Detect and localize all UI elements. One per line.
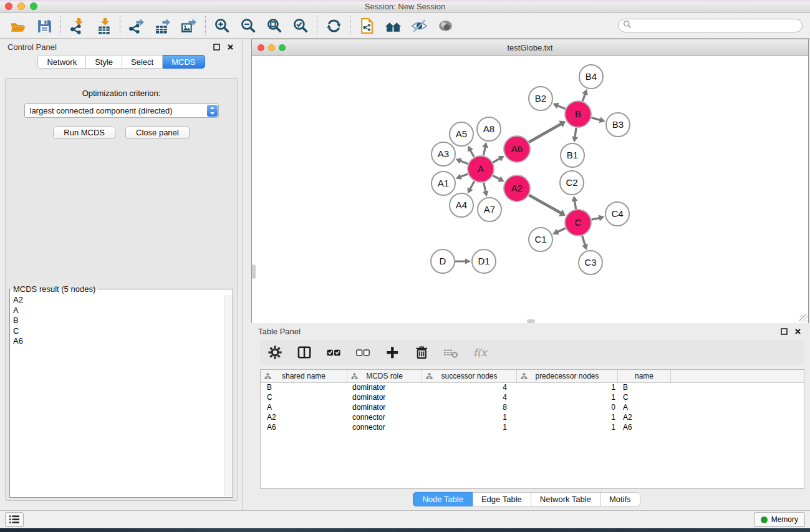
column-header-MCDS-role[interactable]: MCDS role — [347, 370, 422, 382]
search-input[interactable] — [635, 21, 798, 31]
show-eye-button[interactable] — [432, 14, 458, 37]
tab-node-table[interactable]: Node Table — [413, 492, 473, 506]
svg-text:A4: A4 — [456, 200, 467, 210]
tab-edge-table[interactable]: Edge Table — [473, 492, 531, 506]
node-table[interactable]: shared nameMCDS rolesuccessor nodesprede… — [260, 369, 804, 489]
mcds-result-title: MCDS result (5 nodes) — [11, 284, 97, 294]
graph-node-C4[interactable]: C4 — [605, 202, 629, 226]
run-mcds-button[interactable]: Run MCDS — [53, 126, 115, 139]
graph-node-A1[interactable]: A1 — [432, 172, 455, 195]
graph-node-A7[interactable]: A7 — [478, 198, 501, 221]
graph-node-A5[interactable]: A5 — [450, 122, 473, 146]
column-header-predecessor-nodes[interactable]: predecessor nodes — [517, 370, 618, 382]
graph-node-A2[interactable]: A2 — [504, 175, 530, 201]
close-panel-icon[interactable] — [225, 42, 235, 52]
save-button[interactable] — [31, 14, 57, 37]
mcds-result-list[interactable]: A2ABCA6 — [11, 295, 224, 496]
graph-node-A4[interactable]: A4 — [450, 193, 473, 217]
criterion-value: largest connected component (directed) — [25, 106, 207, 115]
column-header-shared-name[interactable]: shared name — [261, 370, 347, 382]
tab-motifs[interactable]: Motifs — [600, 492, 640, 506]
close-panel-button[interactable]: Close panel — [125, 126, 190, 139]
control-panel-tabs: NetworkStyleSelectMCDS — [0, 55, 243, 69]
tab-network[interactable]: Network — [37, 55, 86, 69]
float-panel-icon[interactable] — [211, 42, 221, 52]
table-row[interactable]: A2connector11A2 — [261, 413, 804, 423]
tab-select[interactable]: Select — [122, 55, 163, 69]
graph-node-B3[interactable]: B3 — [606, 113, 630, 137]
import-network-button[interactable] — [64, 14, 90, 37]
svg-text:A8: A8 — [483, 123, 494, 134]
tab-mcds[interactable]: MCDS — [163, 55, 205, 69]
result-scrollbar[interactable] — [224, 295, 233, 496]
open-folder-button[interactable] — [5, 14, 31, 37]
export-table-icon — [155, 17, 171, 34]
graph-node-B[interactable]: B — [565, 101, 591, 127]
control-panel-title: Control Panel — [7, 42, 57, 52]
zoom-fit-button[interactable] — [261, 14, 287, 37]
zoom-selected-button[interactable] — [287, 14, 314, 37]
result-item[interactable]: A — [11, 306, 224, 316]
graph-node-A[interactable]: A — [468, 156, 494, 182]
result-item[interactable]: A2 — [11, 295, 224, 306]
tab-network-table[interactable]: Network Table — [531, 492, 600, 506]
graph-node-D[interactable]: D — [431, 249, 455, 273]
memory-status-icon — [761, 516, 768, 523]
memory-button[interactable]: Memory — [754, 512, 805, 527]
zoom-in-button[interactable] — [209, 14, 235, 37]
vertical-scroll-thumb[interactable] — [252, 264, 256, 279]
svg-text:D: D — [440, 256, 446, 266]
houses-button[interactable] — [380, 14, 406, 37]
column-header-name[interactable]: name — [618, 370, 671, 382]
graph-node-A6[interactable]: A6 — [504, 136, 530, 162]
graph-node-C3[interactable]: C3 — [579, 251, 602, 274]
add-button[interactable] — [383, 344, 401, 361]
result-item[interactable]: B — [11, 316, 224, 326]
graph-node-B2[interactable]: B2 — [529, 87, 552, 110]
zoom-out-button[interactable] — [235, 14, 261, 37]
close-table-panel-icon[interactable] — [793, 326, 803, 336]
delete-button[interactable] — [413, 344, 430, 361]
tab-style[interactable]: Style — [86, 55, 122, 69]
table-row[interactable]: Cdominator41C — [261, 393, 804, 403]
graph-node-C[interactable]: C — [565, 210, 591, 236]
graph-node-B1[interactable]: B1 — [561, 143, 584, 167]
graph-node-C2[interactable]: C2 — [560, 171, 584, 195]
float-table-panel-icon[interactable] — [779, 326, 789, 336]
result-item[interactable]: C — [11, 326, 224, 337]
network-file-button[interactable] — [354, 14, 380, 37]
column-header-successor-nodes[interactable]: successor nodes — [422, 370, 517, 382]
deselect-all-button[interactable] — [354, 344, 372, 361]
search-box[interactable] — [618, 19, 803, 32]
table-cell: connector — [347, 423, 422, 433]
table-cell: 4 — [422, 393, 517, 403]
task-history-button[interactable] — [5, 512, 24, 527]
graph-node-D1[interactable]: D1 — [472, 249, 496, 273]
zoom-out-icon — [240, 17, 257, 34]
table-tabs: Node TableEdge TableNetwork TableMotifs — [243, 492, 810, 506]
table-row[interactable]: A6connector11A6 — [261, 423, 804, 433]
table-cell: B — [618, 383, 671, 393]
window-title: Session: New Session — [0, 2, 810, 11]
result-item[interactable]: A6 — [11, 336, 224, 347]
graph-node-A8[interactable]: A8 — [477, 117, 501, 141]
export-network-button[interactable] — [123, 14, 150, 37]
import-table-button[interactable] — [90, 14, 117, 37]
resize-grip[interactable] — [799, 314, 808, 322]
columns-button[interactable] — [296, 344, 313, 361]
criterion-select[interactable]: largest connected component (directed) — [24, 104, 219, 118]
table-row[interactable]: Adominator80A — [261, 403, 804, 413]
select-all-button[interactable] — [325, 344, 342, 361]
graph-node-C1[interactable]: C1 — [529, 228, 552, 251]
hide-eye-button[interactable] — [406, 14, 432, 37]
network-canvas[interactable]: AA1A2A3A4A5A6A7A8BB1B2B3B4CC1C2C3C4DD1 — [252, 56, 808, 323]
gear-button[interactable] — [266, 344, 284, 361]
table-cell: A6 — [618, 423, 671, 433]
table-row[interactable]: Bdominator41B — [261, 383, 804, 393]
export-image-button[interactable] — [176, 14, 202, 37]
export-table-button[interactable] — [150, 14, 176, 37]
add-icon — [385, 345, 400, 360]
graph-node-B4[interactable]: B4 — [579, 65, 603, 89]
graph-node-A3[interactable]: A3 — [432, 142, 455, 166]
refresh-button[interactable] — [321, 14, 347, 37]
